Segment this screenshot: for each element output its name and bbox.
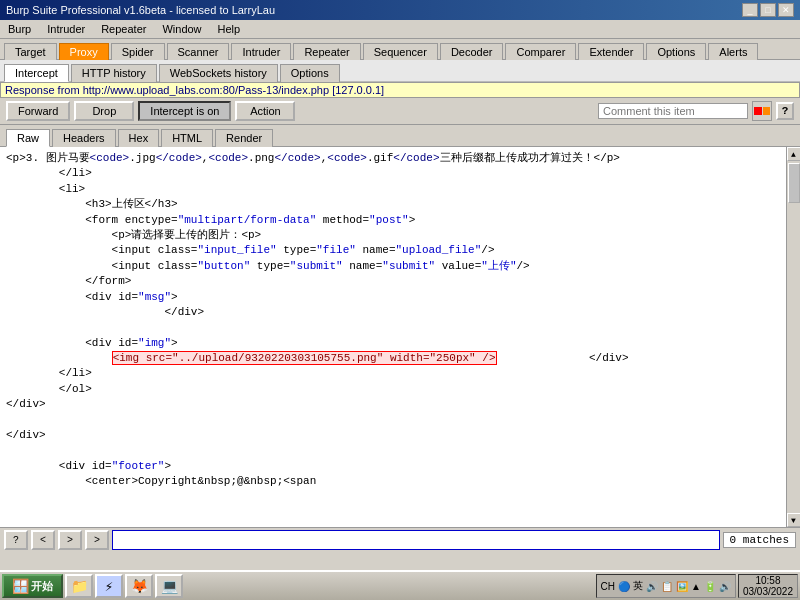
action-button[interactable]: Action: [235, 101, 295, 121]
maximize-button[interactable]: □: [760, 3, 776, 17]
code-line: <h3>上传区</h3>: [6, 197, 780, 212]
code-line: <center>Copyright&nbsp;@&nbsp;<span: [6, 474, 780, 489]
code-line: </div>: [6, 428, 780, 443]
help-nav-button[interactable]: ?: [4, 530, 28, 550]
tab-intercept[interactable]: Intercept: [4, 64, 69, 82]
matches-badge: 0 matches: [723, 532, 796, 548]
close-button[interactable]: ✕: [778, 3, 794, 17]
taskbar-right: CH 🔵 英 🔊 📋 🖼️ ▲ 🔋 🔊 10:58 03/03/2022: [596, 574, 798, 598]
scroll-down-arrow[interactable]: ▼: [787, 513, 801, 527]
menu-burp[interactable]: Burp: [4, 22, 35, 36]
tray-icon-1: 🔵: [618, 581, 630, 592]
clock-date: 03/03/2022: [743, 586, 793, 597]
scrollbar[interactable]: ▲ ▼: [786, 147, 800, 527]
tray-icon-2: 🔊: [646, 581, 658, 592]
url-bar: Response from http://www.upload_labs.com…: [0, 82, 800, 98]
code-line: <input class="input_file" type="file" na…: [6, 243, 780, 258]
tab-scanner[interactable]: Scanner: [167, 43, 230, 60]
code-line: <form enctype="multipart/form-data" meth…: [6, 213, 780, 228]
taskbar-icon-computer[interactable]: 💻: [155, 574, 183, 598]
search-input[interactable]: [112, 530, 720, 550]
lang-indicator: 英: [633, 579, 643, 593]
highlight-color-button[interactable]: [752, 101, 772, 121]
comment-input[interactable]: [598, 103, 748, 119]
last-button[interactable]: >: [85, 530, 109, 550]
tray-icon-arrow: ▲: [691, 581, 701, 592]
tray-icon-4: 🖼️: [676, 581, 688, 592]
menu-help[interactable]: Help: [214, 22, 245, 36]
menu-window[interactable]: Window: [158, 22, 205, 36]
code-line: </li>: [6, 366, 780, 381]
tab-repeater[interactable]: Repeater: [293, 43, 360, 60]
view-tab-raw[interactable]: Raw: [6, 129, 50, 147]
scroll-thumb[interactable]: [788, 163, 800, 203]
code-line: <input class="button" type="submit" name…: [6, 259, 780, 274]
code-line: </li>: [6, 166, 780, 181]
code-line: </div>: [6, 305, 780, 320]
view-tab-render[interactable]: Render: [215, 129, 273, 147]
tab-spider[interactable]: Spider: [111, 43, 165, 60]
code-line: [6, 320, 780, 335]
title-bar: Burp Suite Professional v1.6beta - licen…: [0, 0, 800, 20]
code-line: [6, 443, 780, 458]
menu-repeater[interactable]: Repeater: [97, 22, 150, 36]
bottom-search-bar: ? < > > 0 matches: [0, 527, 800, 552]
tab-extender[interactable]: Extender: [578, 43, 644, 60]
view-tab-html[interactable]: HTML: [161, 129, 213, 147]
code-line: <li>: [6, 182, 780, 197]
code-line: <div id="msg">: [6, 290, 780, 305]
tab-sequencer[interactable]: Sequencer: [363, 43, 438, 60]
code-line: </div>: [6, 397, 780, 412]
tab-websockets-history[interactable]: WebSockets history: [159, 64, 278, 82]
scroll-area: <p>3. 图片马要<code>.jpg</code>,<code>.png</…: [0, 147, 800, 527]
tab-decoder[interactable]: Decoder: [440, 43, 504, 60]
tab-proxy-options[interactable]: Options: [280, 64, 340, 82]
taskbar-icon-folder[interactable]: 📁: [65, 574, 93, 598]
highlighted-code-line: <img src="../upload/9320220303105755.png…: [6, 351, 780, 366]
tab-proxy[interactable]: Proxy: [59, 43, 109, 60]
menu-intruder[interactable]: Intruder: [43, 22, 89, 36]
code-line: <div id="footer">: [6, 459, 780, 474]
proxy-tab-bar: Intercept HTTP history WebSockets histor…: [0, 60, 800, 82]
code-line: [6, 413, 780, 428]
view-tab-bar: Raw Headers Hex HTML Render: [0, 125, 800, 147]
title-controls[interactable]: _ □ ✕: [742, 3, 794, 17]
taskbar-icon-burp[interactable]: ⚡: [95, 574, 123, 598]
code-area[interactable]: <p>3. 图片马要<code>.jpg</code>,<code>.png</…: [0, 147, 786, 527]
code-line: <p>请选择要上传的图片：<p>: [6, 228, 780, 243]
code-line: <p>3. 图片马要<code>.jpg</code>,<code>.png</…: [6, 151, 780, 166]
forward-button[interactable]: Forward: [6, 101, 70, 121]
next-button[interactable]: >: [58, 530, 82, 550]
url-text: Response from http://www.upload_labs.com…: [5, 84, 384, 96]
system-tray: CH 🔵 英 🔊 📋 🖼️ ▲ 🔋 🔊: [596, 574, 736, 598]
code-line: </ol>: [6, 382, 780, 397]
tab-target[interactable]: Target: [4, 43, 57, 60]
menu-bar: Burp Intruder Repeater Window Help: [0, 20, 800, 39]
taskbar: 🪟 开始 📁 ⚡ 🦊 💻 CH 🔵 英 🔊 📋 🖼️ ▲ 🔋 🔊 10:58 0…: [0, 570, 800, 600]
minimize-button[interactable]: _: [742, 3, 758, 17]
input-method-indicator: CH: [601, 581, 615, 592]
scroll-up-arrow[interactable]: ▲: [787, 147, 801, 161]
intercept-toggle-button[interactable]: Intercept is on: [138, 101, 231, 121]
intercept-toolbar: Forward Drop Intercept is on Action ?: [0, 98, 800, 125]
tab-intruder[interactable]: Intruder: [231, 43, 291, 60]
taskbar-icon-firefox[interactable]: 🦊: [125, 574, 153, 598]
prev-button[interactable]: <: [31, 530, 55, 550]
tab-options[interactable]: Options: [646, 43, 706, 60]
view-tab-hex[interactable]: Hex: [118, 129, 160, 147]
tab-comparer[interactable]: Comparer: [505, 43, 576, 60]
tab-alerts[interactable]: Alerts: [708, 43, 758, 60]
drop-button[interactable]: Drop: [74, 101, 134, 121]
tray-icon-3: 📋: [661, 581, 673, 592]
main-content: <p>3. 图片马要<code>.jpg</code>,<code>.png</…: [0, 147, 800, 552]
tab-http-history[interactable]: HTTP history: [71, 64, 157, 82]
view-tab-headers[interactable]: Headers: [52, 129, 116, 147]
tray-icon-6: 🔊: [719, 581, 731, 592]
help-button[interactable]: ?: [776, 102, 794, 120]
code-line: <div id="img">: [6, 336, 780, 351]
tray-icon-5: 🔋: [704, 581, 716, 592]
start-button[interactable]: 🪟 开始: [2, 574, 63, 598]
system-clock: 10:58 03/03/2022: [738, 574, 798, 598]
window-title: Burp Suite Professional v1.6beta - licen…: [6, 4, 275, 16]
main-tab-bar: Target Proxy Spider Scanner Intruder Rep…: [0, 39, 800, 60]
